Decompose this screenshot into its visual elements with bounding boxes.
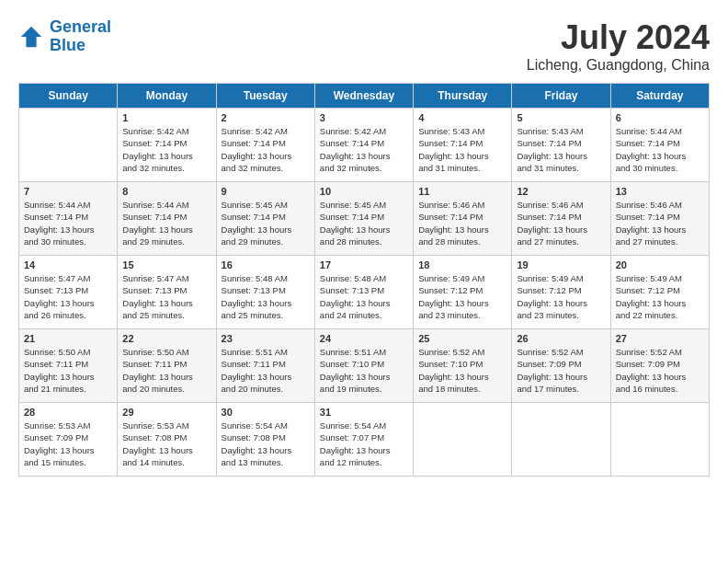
calendar-cell: 14Sunrise: 5:47 AMSunset: 7:13 PMDayligh…: [19, 256, 118, 329]
day-number: 13: [616, 186, 704, 197]
header: GeneralBlue July 2024 Licheng, Guangdong…: [18, 18, 710, 74]
week-row-2: 7Sunrise: 5:44 AMSunset: 7:14 PMDaylight…: [19, 182, 710, 256]
day-info: Sunrise: 5:44 AMSunset: 7:14 PMDaylight:…: [24, 199, 112, 247]
day-number: 7: [24, 186, 112, 197]
calendar-body: 1Sunrise: 5:42 AMSunset: 7:14 PMDaylight…: [19, 109, 710, 477]
calendar-cell: 29Sunrise: 5:53 AMSunset: 7:08 PMDayligh…: [118, 403, 216, 477]
calendar-cell: 1Sunrise: 5:42 AMSunset: 7:14 PMDaylight…: [118, 109, 216, 182]
day-info: Sunrise: 5:42 AMSunset: 7:14 PMDaylight:…: [122, 125, 210, 174]
day-info: Sunrise: 5:52 AMSunset: 7:09 PMDaylight:…: [616, 346, 704, 395]
day-info: Sunrise: 5:49 AMSunset: 7:12 PMDaylight:…: [418, 272, 506, 321]
calendar-cell: 21Sunrise: 5:50 AMSunset: 7:11 PMDayligh…: [19, 329, 118, 403]
day-number: 10: [320, 186, 408, 197]
calendar-cell: 31Sunrise: 5:54 AMSunset: 7:07 PMDayligh…: [314, 403, 413, 477]
logo-text: GeneralBlue: [50, 18, 111, 55]
day-info: Sunrise: 5:47 AMSunset: 7:13 PMDaylight:…: [122, 272, 210, 321]
day-info: Sunrise: 5:54 AMSunset: 7:08 PMDaylight:…: [222, 419, 310, 468]
day-info: Sunrise: 5:54 AMSunset: 7:07 PMDaylight:…: [320, 419, 408, 468]
calendar-cell: 15Sunrise: 5:47 AMSunset: 7:13 PMDayligh…: [118, 256, 216, 329]
month-year: July 2024: [527, 18, 710, 57]
calendar-cell: 3Sunrise: 5:42 AMSunset: 7:14 PMDaylight…: [314, 109, 413, 182]
calendar-cell: 4Sunrise: 5:43 AMSunset: 7:14 PMDaylight…: [414, 109, 512, 182]
calendar-cell: 9Sunrise: 5:45 AMSunset: 7:14 PMDaylight…: [216, 182, 314, 256]
calendar-cell: 11Sunrise: 5:46 AMSunset: 7:14 PMDayligh…: [414, 182, 512, 256]
day-info: Sunrise: 5:42 AMSunset: 7:14 PMDaylight:…: [222, 125, 310, 174]
day-info: Sunrise: 5:45 AMSunset: 7:14 PMDaylight:…: [320, 199, 408, 247]
day-number: 6: [616, 112, 704, 123]
day-number: 25: [418, 333, 506, 344]
calendar-cell: 5Sunrise: 5:43 AMSunset: 7:14 PMDaylight…: [512, 109, 610, 182]
calendar-cell: 20Sunrise: 5:49 AMSunset: 7:12 PMDayligh…: [610, 256, 709, 329]
day-number: 5: [517, 112, 605, 123]
day-number: 12: [517, 186, 605, 197]
day-info: Sunrise: 5:48 AMSunset: 7:13 PMDaylight:…: [222, 272, 310, 321]
day-info: Sunrise: 5:46 AMSunset: 7:14 PMDaylight:…: [418, 199, 506, 247]
calendar-cell: 27Sunrise: 5:52 AMSunset: 7:09 PMDayligh…: [610, 329, 709, 403]
calendar-cell: 18Sunrise: 5:49 AMSunset: 7:12 PMDayligh…: [414, 256, 512, 329]
day-number: 26: [517, 333, 605, 344]
day-number: 29: [122, 407, 210, 418]
day-number: 23: [222, 333, 310, 344]
day-info: Sunrise: 5:53 AMSunset: 7:09 PMDaylight:…: [24, 419, 112, 468]
day-number: 8: [122, 186, 210, 197]
calendar-cell: 2Sunrise: 5:42 AMSunset: 7:14 PMDaylight…: [216, 109, 314, 182]
calendar-cell: 16Sunrise: 5:48 AMSunset: 7:13 PMDayligh…: [216, 256, 314, 329]
day-number: 28: [24, 407, 112, 418]
day-info: Sunrise: 5:45 AMSunset: 7:14 PMDaylight:…: [222, 199, 310, 247]
day-number: 19: [517, 259, 605, 270]
day-number: 14: [24, 259, 112, 270]
week-row-5: 28Sunrise: 5:53 AMSunset: 7:09 PMDayligh…: [19, 403, 710, 477]
calendar-cell: 24Sunrise: 5:51 AMSunset: 7:10 PMDayligh…: [314, 329, 413, 403]
day-number: 31: [320, 407, 408, 418]
logo-icon: [18, 24, 44, 50]
calendar-cell: [414, 403, 512, 477]
day-info: Sunrise: 5:43 AMSunset: 7:14 PMDaylight:…: [517, 125, 605, 174]
day-info: Sunrise: 5:51 AMSunset: 7:11 PMDaylight:…: [222, 346, 310, 395]
weekday-header-monday: Monday: [118, 84, 216, 109]
calendar-cell: 6Sunrise: 5:44 AMSunset: 7:14 PMDaylight…: [610, 109, 709, 182]
calendar-cell: 25Sunrise: 5:52 AMSunset: 7:10 PMDayligh…: [414, 329, 512, 403]
calendar-cell: 8Sunrise: 5:44 AMSunset: 7:14 PMDaylight…: [118, 182, 216, 256]
calendar-cell: 22Sunrise: 5:50 AMSunset: 7:11 PMDayligh…: [118, 329, 216, 403]
weekday-header-tuesday: Tuesday: [216, 84, 314, 109]
day-number: 21: [24, 333, 112, 344]
calendar-cell: 10Sunrise: 5:45 AMSunset: 7:14 PMDayligh…: [314, 182, 413, 256]
calendar-cell: 17Sunrise: 5:48 AMSunset: 7:13 PMDayligh…: [314, 256, 413, 329]
day-number: 15: [122, 259, 210, 270]
calendar-cell: 23Sunrise: 5:51 AMSunset: 7:11 PMDayligh…: [216, 329, 314, 403]
day-info: Sunrise: 5:42 AMSunset: 7:14 PMDaylight:…: [320, 125, 408, 174]
weekday-header-saturday: Saturday: [610, 84, 709, 109]
day-info: Sunrise: 5:53 AMSunset: 7:08 PMDaylight:…: [122, 419, 210, 468]
day-info: Sunrise: 5:46 AMSunset: 7:14 PMDaylight:…: [616, 199, 704, 247]
calendar-cell: 13Sunrise: 5:46 AMSunset: 7:14 PMDayligh…: [610, 182, 709, 256]
day-number: 17: [320, 259, 408, 270]
calendar-cell: [19, 109, 118, 182]
location: Licheng, Guangdong, China: [527, 57, 710, 74]
weekday-header-sunday: Sunday: [19, 84, 118, 109]
day-info: Sunrise: 5:50 AMSunset: 7:11 PMDaylight:…: [24, 346, 112, 395]
day-info: Sunrise: 5:52 AMSunset: 7:10 PMDaylight:…: [418, 346, 506, 395]
day-info: Sunrise: 5:49 AMSunset: 7:12 PMDaylight:…: [616, 272, 704, 321]
calendar-cell: 19Sunrise: 5:49 AMSunset: 7:12 PMDayligh…: [512, 256, 610, 329]
calendar-cell: 30Sunrise: 5:54 AMSunset: 7:08 PMDayligh…: [216, 403, 314, 477]
day-number: 11: [418, 186, 506, 197]
day-info: Sunrise: 5:44 AMSunset: 7:14 PMDaylight:…: [616, 125, 704, 174]
day-info: Sunrise: 5:44 AMSunset: 7:14 PMDaylight:…: [122, 199, 210, 247]
day-number: 1: [122, 112, 210, 123]
week-row-1: 1Sunrise: 5:42 AMSunset: 7:14 PMDaylight…: [19, 109, 710, 182]
day-number: 16: [222, 259, 310, 270]
calendar-cell: 7Sunrise: 5:44 AMSunset: 7:14 PMDaylight…: [19, 182, 118, 256]
day-info: Sunrise: 5:50 AMSunset: 7:11 PMDaylight:…: [122, 346, 210, 395]
day-number: 22: [122, 333, 210, 344]
day-info: Sunrise: 5:43 AMSunset: 7:14 PMDaylight:…: [418, 125, 506, 174]
day-number: 18: [418, 259, 506, 270]
day-number: 3: [320, 112, 408, 123]
weekday-header-thursday: Thursday: [414, 84, 512, 109]
day-number: 2: [222, 112, 310, 123]
weekday-header-wednesday: Wednesday: [314, 84, 413, 109]
calendar-cell: [610, 403, 709, 477]
day-number: 24: [320, 333, 408, 344]
logo: GeneralBlue: [18, 18, 111, 55]
weekday-header-friday: Friday: [512, 84, 610, 109]
day-number: 9: [222, 186, 310, 197]
